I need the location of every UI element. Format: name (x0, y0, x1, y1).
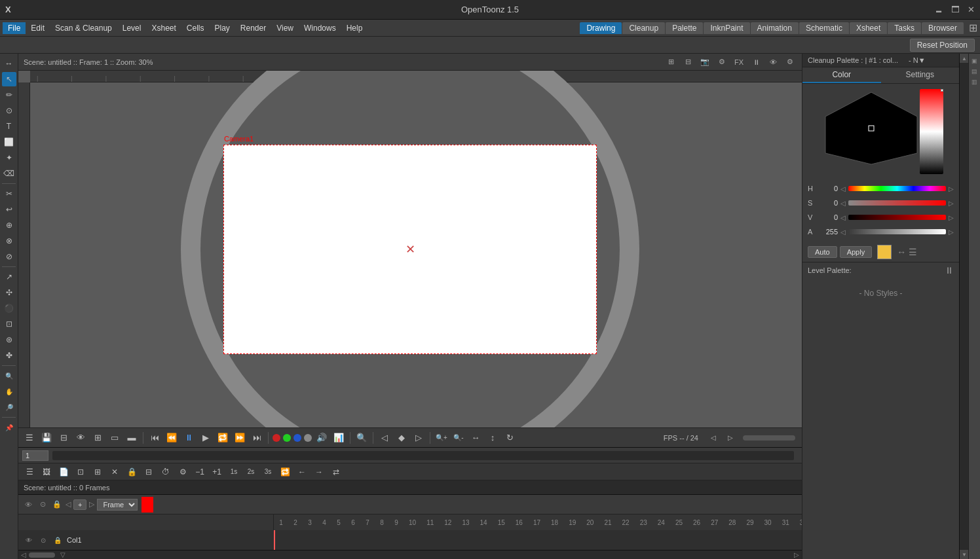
tool-shape[interactable]: ⬜ (2, 135, 16, 149)
next-frame-button[interactable]: ⏩ (233, 431, 247, 445)
s-arrow-right[interactable]: ▷ (949, 200, 954, 207)
a-slider[interactable] (848, 229, 946, 234)
tab-tasks[interactable]: Tasks (888, 22, 921, 34)
next-key-icon[interactable]: ▷ (411, 431, 426, 445)
menubar-scan-cleanup[interactable]: Scan & Cleanup (50, 22, 117, 34)
tool-arrow[interactable]: ↖ (2, 72, 16, 86)
tl-1s-icon[interactable]: 1s (227, 465, 241, 479)
h-arrow-right[interactable]: ▷ (949, 185, 954, 192)
tl-lock-icon[interactable]: 🔒 (124, 465, 139, 479)
audio-icon[interactable]: 🔊 (314, 431, 329, 445)
close-button[interactable]: ✕ (968, 5, 975, 14)
track-onion-toggle[interactable]: ⊙ (38, 535, 48, 545)
tool-cross[interactable]: ✤ (2, 348, 16, 363)
minimize-button[interactable]: 🗕 (935, 5, 943, 14)
palette-menu-icon[interactable]: ☰ (909, 247, 917, 257)
onion-icon[interactable]: 👁 (73, 431, 88, 445)
tool-eraser[interactable]: ⌫ (2, 166, 16, 181)
add-frame-button[interactable]: + (73, 499, 86, 510)
auto-button[interactable]: Auto (808, 246, 837, 258)
menubar-xsheet[interactable]: Xsheet (146, 22, 181, 34)
tool-transform[interactable]: ✣ (2, 285, 16, 300)
v-slider[interactable] (848, 215, 946, 220)
tool-text[interactable]: T (2, 119, 16, 134)
frame-type-select[interactable]: Frame (97, 499, 138, 511)
tool-star[interactable]: ✦ (2, 151, 16, 165)
tab-browser[interactable]: Browser (922, 22, 964, 34)
s-arrow-left[interactable]: ◁ (840, 200, 846, 207)
tool-selection[interactable]: ↔ (2, 56, 16, 71)
tool-hand[interactable]: ✋ (2, 384, 16, 399)
compare-icon[interactable]: ⊟ (56, 431, 71, 445)
workspace-icon[interactable]: ⊞ (969, 22, 977, 34)
skip-start-button[interactable]: ⏮ (147, 431, 162, 445)
tl-menu-icon[interactable]: ☰ (22, 465, 37, 479)
menubar-help[interactable]: Help (341, 22, 368, 34)
color-dot-green[interactable] (283, 434, 291, 442)
h-slider[interactable] (848, 186, 946, 191)
v-arrow-left[interactable]: ◁ (840, 214, 846, 221)
tab-color[interactable]: Color (802, 67, 881, 83)
color-hex-display[interactable] (819, 89, 924, 168)
scrollbar-track[interactable] (960, 63, 968, 550)
tl-insert-col-icon[interactable]: ⊞ (90, 465, 105, 479)
tool-plus[interactable]: ⊕ (2, 218, 16, 232)
track-eye-toggle[interactable]: 👁 (24, 535, 34, 545)
scroll-thumb[interactable] (29, 552, 55, 558)
tl-onion-icon[interactable]: ⊙ (37, 499, 48, 511)
tl-timer-icon[interactable]: ⏱ (159, 465, 173, 479)
tl-unk1-icon[interactable]: ⊟ (141, 465, 156, 479)
scroll-left-button[interactable]: ◁ (21, 551, 26, 558)
pause-icon[interactable]: ⏸ (749, 56, 763, 69)
tool-fill[interactable]: ⊙ (2, 103, 16, 118)
tool-brush[interactable]: ✏ (2, 88, 16, 102)
color-swatch[interactable] (877, 245, 892, 259)
prev-frame-button[interactable]: ⏪ (164, 431, 179, 445)
apply-button[interactable]: Apply (840, 246, 873, 258)
tool-move[interactable]: ↗ (2, 270, 16, 284)
eye-icon[interactable]: 👁 (766, 56, 780, 69)
camera-icon[interactable]: 📷 (698, 56, 711, 69)
color-dot-gray[interactable] (304, 434, 312, 442)
pause-button[interactable]: ⏸ (181, 431, 196, 445)
frame-selector-next[interactable]: ▷ (89, 500, 94, 509)
tab-settings[interactable]: Settings (881, 67, 960, 83)
menubar-view[interactable]: View (271, 22, 299, 34)
rect-view-icon[interactable]: ▭ (107, 431, 122, 445)
tab-xsheet[interactable]: Xsheet (850, 22, 887, 34)
grid-view-icon[interactable]: ⊞ (90, 431, 105, 445)
strip-icon-3[interactable]: ▥ (970, 77, 979, 86)
rect2-view-icon[interactable]: ▬ (124, 431, 139, 445)
tab-schematic[interactable]: Schematic (799, 22, 849, 34)
frame-number-input[interactable] (22, 450, 48, 461)
loop-button[interactable]: 🔁 (216, 431, 230, 445)
maximize-button[interactable]: 🗖 (951, 5, 960, 14)
settings-icon[interactable]: ⚙ (783, 56, 797, 69)
menubar-windows[interactable]: Windows (299, 22, 341, 34)
color-dot-red[interactable] (273, 434, 280, 442)
zoom-out-icon[interactable]: 🔍- (451, 431, 466, 445)
grid2-icon[interactable]: ⊟ (681, 56, 694, 69)
menubar-render[interactable]: Render (235, 22, 271, 34)
strip-icon-2[interactable]: ▤ (970, 67, 979, 76)
tl-arrow-r-icon[interactable]: → (312, 465, 326, 479)
track-content-area[interactable] (274, 530, 802, 550)
right-panel-neg-button[interactable]: - N▼ (909, 56, 926, 64)
playback-slider[interactable] (743, 435, 795, 441)
scroll-track-arrow[interactable]: ▽ (60, 551, 66, 558)
scroll-right-button[interactable]: ▷ (794, 551, 799, 558)
menubar-file[interactable]: File (3, 22, 26, 34)
zoom-in-icon[interactable]: 🔍+ (434, 431, 449, 445)
tl-new-memo-icon[interactable]: 📄 (56, 465, 71, 479)
histogram-icon[interactable]: 📊 (331, 431, 346, 445)
tab-cleanup[interactable]: Cleanup (622, 22, 665, 34)
menubar-play[interactable]: Play (209, 22, 235, 34)
tl-shuffle-icon[interactable]: ⇄ (329, 465, 343, 479)
tl-loop-icon[interactable]: 🔁 (278, 465, 292, 479)
flip-v-icon[interactable]: ↕ (485, 431, 500, 445)
menu-icon[interactable]: ☰ (22, 431, 37, 445)
tl-delete-col-icon[interactable]: ✕ (107, 465, 122, 479)
tool-dot[interactable]: ⚫ (2, 301, 16, 316)
skip-end-button[interactable]: ⏭ (250, 431, 264, 445)
tl-eye-icon[interactable]: 👁 (22, 499, 34, 511)
